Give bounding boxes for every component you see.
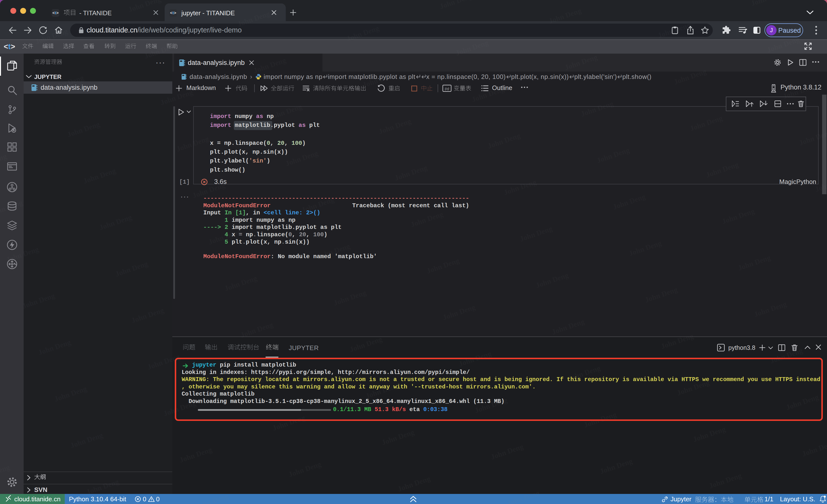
svg-text:(x): (x) [445, 87, 449, 91]
